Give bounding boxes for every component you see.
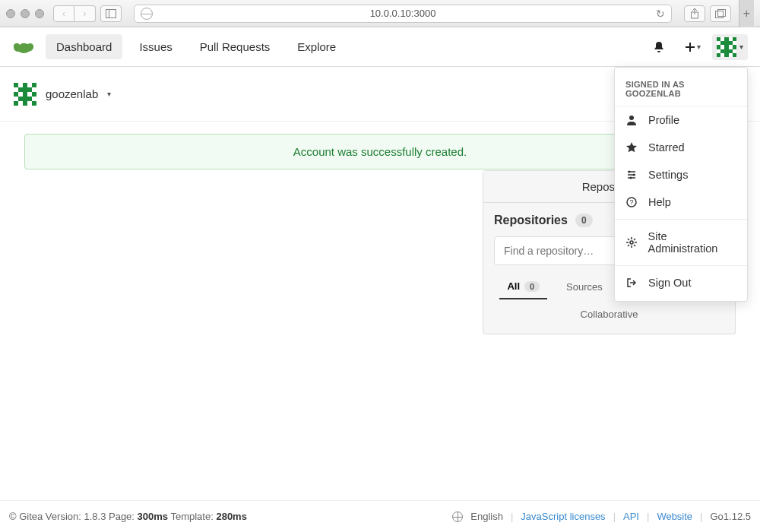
notifications-button[interactable]: [645, 33, 673, 61]
svg-rect-3: [716, 11, 724, 17]
nav-dashboard[interactable]: Dashboard: [46, 34, 122, 59]
filter-collaborative[interactable]: Collaborative: [573, 306, 646, 323]
person-icon: [625, 115, 638, 125]
top-nav: Dashboard Issues Pull Requests Explore ▾…: [0, 27, 760, 67]
filter-all[interactable]: All 0: [499, 274, 547, 299]
dropdown-separator: [615, 265, 747, 266]
svg-rect-4: [718, 9, 726, 16]
footer-api[interactable]: API: [623, 511, 639, 522]
gitea-logo[interactable]: [12, 40, 33, 55]
svg-rect-16: [724, 49, 728, 52]
dropdown-sign-out-label: Sign Out: [648, 277, 691, 289]
svg-rect-18: [717, 52, 720, 56]
chevron-down-icon[interactable]: ▾: [107, 90, 111, 98]
nav-back-forward: ‹ ›: [53, 5, 96, 22]
svg-point-39: [633, 174, 635, 176]
footer: © Gitea Version: 1.8.3 Page: 300ms Templ…: [0, 500, 760, 532]
browser-chrome: ‹ › 10.0.0.10:3000 ↻ +: [0, 0, 760, 27]
svg-rect-12: [717, 45, 720, 49]
back-button[interactable]: ‹: [53, 5, 74, 22]
footer-version: © Gitea Version: 1.8.3 Page: 300ms Templ…: [9, 511, 247, 522]
svg-rect-15: [720, 49, 724, 52]
svg-rect-29: [23, 92, 27, 97]
address-bar[interactable]: 10.0.0.10:3000 ↻: [134, 5, 672, 23]
signed-in-username: GOOZENLAB: [625, 89, 681, 98]
minimize-window-icon[interactable]: [21, 9, 30, 18]
repo-count-badge: 0: [575, 214, 593, 227]
user-menu-button[interactable]: ▾: [712, 34, 748, 60]
filter-all-count: 0: [524, 281, 540, 292]
nav-explore[interactable]: Explore: [287, 34, 347, 59]
avatar: [717, 37, 736, 57]
dropdown-profile-label: Profile: [648, 114, 679, 126]
dropdown-sign-out[interactable]: Sign Out: [615, 269, 747, 296]
reload-icon[interactable]: ↻: [656, 8, 665, 20]
svg-rect-30: [32, 92, 36, 97]
create-menu-button[interactable]: ▾: [679, 33, 706, 61]
footer-website[interactable]: Website: [657, 511, 692, 522]
svg-rect-7: [724, 37, 728, 41]
svg-rect-32: [23, 97, 27, 101]
footer-template-prefix: Template:: [168, 511, 216, 522]
dropdown-site-admin-label: Site Administration: [648, 230, 736, 255]
svg-point-40: [630, 177, 632, 179]
dropdown-settings-label: Settings: [648, 169, 688, 181]
filter-sources[interactable]: Sources: [559, 274, 610, 299]
sidebar-toggle-button[interactable]: [100, 5, 122, 22]
svg-rect-25: [18, 87, 23, 92]
chevron-down-icon: ▾: [739, 43, 743, 51]
dropdown-signed-in-as: SIGNED IN AS GOOZENLAB: [615, 72, 747, 106]
dropdown-site-admin[interactable]: Site Administration: [615, 223, 747, 262]
nav-issues[interactable]: Issues: [128, 34, 182, 59]
svg-line-51: [628, 245, 629, 246]
footer-js-licenses[interactable]: JavaScript licenses: [521, 511, 605, 522]
svg-rect-11: [729, 41, 733, 45]
site-identity-icon: [141, 8, 153, 20]
svg-point-43: [630, 241, 633, 244]
svg-rect-28: [14, 92, 18, 97]
tabs-button[interactable]: [710, 5, 731, 22]
signed-in-prefix: SIGNED IN AS: [625, 80, 685, 89]
dropdown-separator: [615, 219, 747, 220]
svg-rect-10: [724, 41, 728, 45]
svg-rect-34: [14, 101, 18, 106]
svg-rect-36: [32, 101, 36, 106]
sign-out-icon: [625, 277, 638, 288]
share-button[interactable]: [684, 5, 705, 22]
context-username[interactable]: goozenlab: [46, 87, 98, 100]
footer-page-ms: 300ms: [138, 511, 168, 522]
footer-language[interactable]: English: [470, 511, 503, 522]
svg-rect-20: [733, 52, 736, 56]
footer-template-ms: 280ms: [216, 511, 246, 522]
nav-pull-requests[interactable]: Pull Requests: [189, 34, 281, 59]
svg-rect-22: [14, 83, 18, 87]
dropdown-settings[interactable]: Settings: [615, 161, 747, 188]
globe-icon: [452, 511, 463, 522]
zoom-window-icon[interactable]: [35, 9, 44, 18]
svg-rect-0: [106, 9, 116, 17]
question-icon: ?: [625, 197, 638, 207]
svg-line-48: [628, 239, 629, 240]
dropdown-profile[interactable]: Profile: [615, 106, 747, 134]
dropdown-starred[interactable]: Starred: [615, 134, 747, 161]
svg-point-38: [629, 171, 631, 173]
svg-rect-33: [27, 97, 32, 101]
url-text: 10.0.0.10:3000: [370, 8, 436, 19]
svg-rect-23: [23, 83, 27, 87]
chevron-down-icon: ▾: [697, 43, 701, 51]
forward-button[interactable]: ›: [74, 5, 96, 22]
filter-all-label: All: [507, 280, 520, 292]
svg-rect-13: [724, 45, 728, 49]
svg-rect-6: [717, 37, 720, 41]
new-tab-button[interactable]: +: [739, 0, 754, 27]
svg-rect-35: [23, 101, 27, 106]
dropdown-help[interactable]: ? Help: [615, 188, 747, 216]
svg-rect-26: [23, 87, 27, 92]
sliders-icon: [625, 169, 638, 180]
user-dropdown: SIGNED IN AS GOOZENLAB Profile Starred S…: [614, 67, 748, 302]
svg-rect-17: [729, 49, 733, 52]
window-controls: [6, 9, 44, 18]
svg-rect-14: [733, 45, 736, 49]
svg-rect-19: [724, 52, 728, 56]
close-window-icon[interactable]: [6, 9, 15, 18]
